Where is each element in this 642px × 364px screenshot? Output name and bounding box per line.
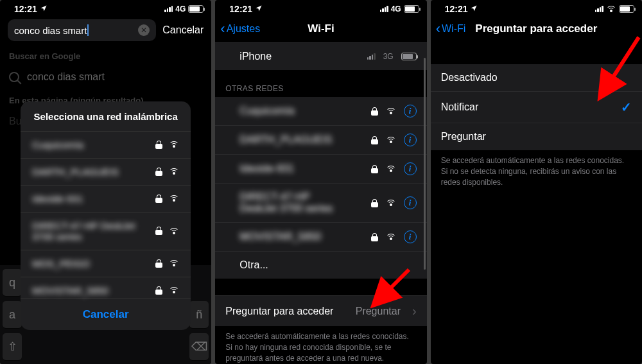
wifi-network-name: DIRECT-47-HP DeskJet 3700 series [32, 220, 155, 242]
nav-bar: ‹ Ajustes Wi-Fi [215, 15, 426, 42]
other-label: Otra... [225, 259, 268, 271]
wifi-network-row[interactable]: MOVISTAR_5850 i [215, 222, 426, 251]
ask-footer-text: Se accederá automáticamente a las redes … [215, 326, 426, 364]
wifi-icon [386, 107, 396, 115]
modal-cancel-button[interactable]: Cancelar [21, 299, 191, 330]
lock-icon [371, 233, 378, 241]
checkmark-icon: ✓ [621, 100, 632, 115]
wifi-icon [169, 141, 179, 148]
wifi-network-name: MOVISTAR_5850 [32, 285, 108, 296]
status-time: 12:21 [445, 4, 468, 14]
iphone-label: iPhone [225, 51, 272, 62]
lock-icon [155, 286, 162, 295]
wifi-network-name: DIRECT-47-HP DeskJet 3700 series [225, 191, 341, 214]
ask-to-join-value: Preguntar [356, 306, 401, 317]
wifi-icon [386, 165, 396, 173]
lock-icon [155, 168, 162, 176]
option-off[interactable]: Desactivado [431, 64, 642, 91]
lock-icon [371, 199, 378, 207]
options-group: Desactivado Notificar ✓ Preguntar [431, 64, 642, 150]
status-time: 12:21 [229, 4, 252, 14]
signal-icon [595, 6, 603, 12]
battery-icon [401, 53, 417, 60]
wifi-network-row[interactable]: MOVISTAR_5850 [21, 277, 191, 299]
wifi-select-modal: Selecciona una red inalámbrica Cuquicomí… [21, 101, 191, 330]
back-button[interactable]: ‹ Ajustes [220, 22, 260, 36]
chevron-left-icon: ‹ [436, 22, 440, 36]
lock-icon [155, 227, 162, 235]
option-ask[interactable]: Preguntar [431, 123, 642, 150]
nav-title: Wi-Fi [308, 22, 334, 35]
iphone-hotspot-row[interactable]: iPhone 3G [215, 42, 426, 70]
wifi-network-row[interactable]: DARTH_PLAGUEIS [21, 158, 191, 185]
wifi-network-row[interactable]: DARTH_PLAGUEIS i [215, 125, 426, 154]
option-notify[interactable]: Notificar ✓ [431, 91, 642, 123]
other-network-row[interactable]: Otra... [215, 251, 426, 279]
location-icon [40, 4, 48, 14]
lock-icon [155, 195, 162, 203]
info-icon[interactable]: i [404, 134, 417, 146]
wifi-icon [169, 168, 179, 175]
signal-icon [380, 6, 388, 12]
screen-2-wifi-settings: 12:21 4G ‹ Ajustes Wi-Fi iPhone 3G OTRAS… [215, 0, 426, 364]
lock-icon [371, 165, 378, 173]
wifi-icon [169, 286, 179, 294]
battery-icon [404, 5, 419, 13]
ask-to-join-row[interactable]: Preguntar para acceder Preguntar › [215, 295, 426, 326]
wifi-icon [169, 195, 179, 202]
wifi-network-row[interactable]: Cuquicomía [21, 131, 191, 158]
wifi-icon [386, 233, 396, 241]
battery-icon [619, 5, 634, 13]
back-button[interactable]: ‹ Wi-Fi [436, 22, 466, 36]
wifi-network-name: DARTH_PLAGUEIS [225, 134, 332, 146]
info-icon[interactable]: i [404, 230, 417, 243]
wifi-network-name: Ideoide-931 [225, 163, 294, 175]
options-footer-text: Se accederá automáticamente a las redes … [431, 150, 642, 198]
lock-icon [371, 136, 378, 144]
lock-icon [371, 107, 378, 116]
wifi-network-row[interactable]: Cuquicomía i [215, 97, 426, 125]
status-bar: 12:21 4G [0, 0, 211, 15]
screen-3-ask-to-join: 12:21 ‹ Wi-Fi Preguntar para acceder Des… [431, 0, 642, 364]
signal-icon [164, 6, 173, 12]
wifi-network-name: Cuquicomía [225, 105, 294, 117]
wifi-network-row[interactable]: DIRECT-47-HP DeskJet 3700 series i [215, 183, 426, 222]
text-cursor [87, 24, 89, 36]
option-label: Preguntar [441, 131, 486, 143]
wifi-icon [169, 259, 179, 267]
wifi-icon [606, 5, 616, 13]
search-input[interactable]: conco dias smart ✕ [8, 19, 156, 41]
wifi-network-row[interactable]: MOS_PEIGO [21, 250, 191, 277]
wifi-icon [386, 199, 396, 207]
wifi-icon [386, 136, 396, 144]
signal-icon [367, 53, 376, 60]
clear-icon[interactable]: ✕ [138, 24, 150, 36]
wifi-network-name: DARTH_PLAGUEIS [32, 166, 119, 177]
wifi-network-row[interactable]: Ideoide-931 i [215, 154, 426, 183]
location-icon [255, 4, 263, 14]
wifi-network-row[interactable]: DIRECT-47-HP DeskJet 3700 series [21, 212, 191, 250]
info-icon[interactable]: i [404, 105, 417, 117]
ask-to-join-label: Preguntar para acceder [225, 306, 333, 317]
battery-icon [188, 5, 204, 13]
other-networks-group: Cuquicomía i DARTH_PLAGUEIS i Ideoide-93… [215, 97, 426, 279]
wifi-icon [169, 227, 179, 235]
chevron-left-icon: ‹ [220, 22, 225, 36]
search-row: conco dias smart ✕ Cancelar [0, 15, 211, 45]
scroll-indicator [424, 58, 426, 270]
info-icon[interactable]: i [404, 196, 417, 209]
wifi-network-name: Cuquicomía [32, 139, 83, 150]
back-label: Ajustes [227, 23, 260, 35]
location-icon [470, 4, 478, 14]
info-icon[interactable]: i [404, 162, 417, 175]
search-cancel-button[interactable]: Cancelar [162, 24, 204, 36]
wifi-network-row[interactable]: Ideoide-931 [21, 185, 191, 212]
wifi-network-name: MOVISTAR_5850 [225, 231, 321, 243]
wifi-network-name: MOS_PEIGO [32, 258, 90, 269]
lock-icon [155, 141, 162, 149]
search-value: conco dias smart [14, 25, 87, 36]
option-label: Notificar [441, 101, 479, 113]
status-network: 4G [391, 4, 401, 13]
option-label: Desactivado [441, 72, 498, 83]
status-time: 12:21 [14, 4, 37, 14]
